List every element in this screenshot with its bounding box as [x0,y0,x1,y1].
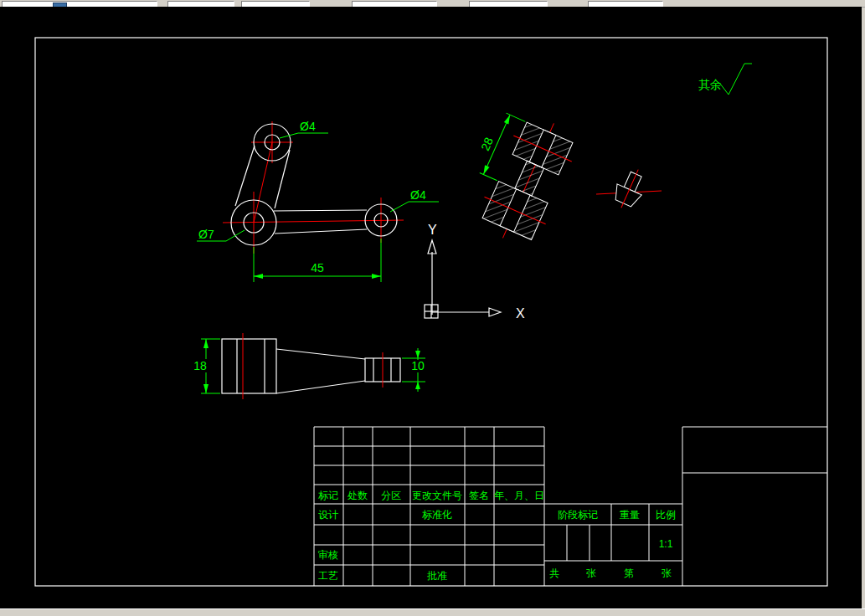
tb-sheet-total-label: 共 [549,567,559,579]
tb-sheet-total-unit: 张 [586,567,596,579]
tb-header-signature: 签名 [469,490,489,501]
tb-design-label: 设计 [318,509,338,521]
dim-right-hole-label: Ø4 [410,188,426,202]
tb-header-zone: 分区 [381,490,401,501]
tb-header-count: 处数 [347,490,368,501]
cad-drawing[interactable]: 45 Ø4 Ø4 Ø7 Y X 28 [0,7,862,609]
model-space-canvas[interactable]: 45 Ø4 Ø4 Ø7 Y X 28 [0,7,862,609]
tb-sheet-no-label: 第 [624,567,634,579]
tb-scale-value: 1:1 [659,538,673,550]
ucs-icon: Y X [425,223,525,321]
tb-header-date: 年、月、日 [494,490,544,501]
roughness-icon [720,64,744,95]
tb-scale-label: 比例 [656,509,676,521]
tb-audit-label: 审核 [318,549,338,561]
tb-standardize-label: 标准化 [422,509,452,521]
tb-approve-label: 批准 [427,570,447,582]
dim-28-label: 28 [478,135,496,152]
side-dimensions: 18 10 [189,339,429,393]
tb-weight-label: 重量 [620,509,640,521]
dim-10-label: 10 [411,359,425,372]
surface-finish-note: 其余 [698,64,752,95]
tb-process-label: 工艺 [318,570,338,582]
surface-note-label: 其余 [698,78,722,91]
status-bar [0,608,865,616]
plan-dimensions: 45 Ø4 Ø4 Ø7 [197,120,439,282]
tb-sheet-no-unit: 张 [662,567,672,579]
title-block: 标记 处数 分区 更改文件号 签名 年、月、日 设计 标准化 审核 工艺 批准 … [314,427,827,586]
end-view [596,164,662,213]
tb-header-file-no: 更改文件号 [412,490,462,501]
side-view [222,333,400,399]
iso-section-view: 28 [449,100,584,252]
dim-center-hole-label: Ø7 [198,228,214,241]
dim-18-label: 18 [193,359,207,372]
tb-stage-mark-label: 阶段标记 [558,509,598,521]
tb-header-mark: 标记 [318,490,338,501]
plan-view [223,121,404,254]
dim-45-label: 45 [311,261,324,275]
dim-top-hole-label: Ø4 [300,120,316,133]
axis-y-label: Y [428,223,437,237]
axis-x-label: X [516,306,525,321]
